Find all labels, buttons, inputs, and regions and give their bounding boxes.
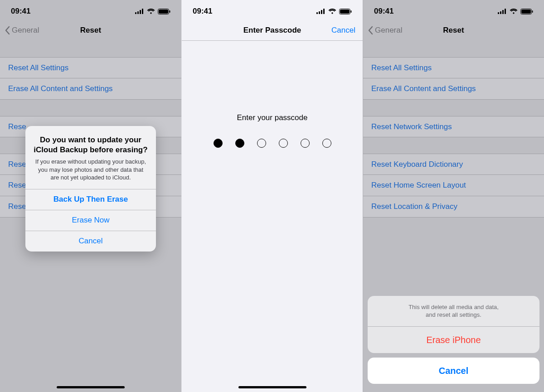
sheet-message: This will delete all media and data,and … (368, 296, 539, 327)
alert-cancel-button[interactable]: Cancel (25, 231, 156, 252)
screen-reset-with-alert: 09:41 General Reset Reset All Settings E… (0, 0, 181, 392)
erase-iphone-button[interactable]: Erase iPhone (368, 327, 539, 353)
screen-reset-with-sheet: 09:41 General Reset Reset All Settings E… (363, 0, 544, 392)
passcode-dots (182, 139, 363, 148)
svg-rect-17 (505, 9, 506, 14)
chevron-left-icon (5, 26, 10, 35)
alert-message: If you erase without updating your backu… (34, 158, 148, 182)
sheet-cancel-button[interactable]: Cancel (368, 358, 539, 384)
svg-rect-7 (316, 12, 318, 14)
cell-label: Rese (8, 202, 26, 211)
nav-bar: General Reset (363, 20, 544, 41)
status-bar: 09:41 (182, 0, 363, 20)
erase-now-button[interactable]: Erase Now (25, 210, 156, 231)
screen-enter-passcode: 09:41 Enter Passcode Cancel Enter your p… (181, 0, 363, 392)
svg-rect-2 (140, 10, 141, 14)
action-sheet: This will delete all media and data,and … (368, 296, 539, 384)
passcode-dot (322, 139, 331, 148)
passcode-dot (214, 139, 223, 148)
passcode-prompt: Enter your passcode (182, 113, 363, 122)
svg-rect-13 (351, 10, 352, 13)
wifi-icon (510, 9, 518, 14)
battery-icon (158, 9, 170, 15)
status-time: 09:41 (374, 7, 393, 16)
passcode-dot (235, 139, 244, 148)
erase-all-content[interactable]: Erase All Content and Settings (0, 78, 181, 100)
wifi-icon (328, 9, 336, 14)
status-icons (316, 9, 352, 15)
cell-label: Rese (8, 181, 26, 190)
cellular-icon (316, 9, 325, 14)
svg-rect-1 (137, 11, 139, 14)
svg-rect-16 (502, 10, 504, 14)
back-button[interactable]: General (5, 26, 39, 35)
status-time: 09:41 (11, 7, 30, 16)
alert-title: Do you want to update your iCloud Backup… (34, 135, 148, 155)
reset-network-settings[interactable]: Reset Network Settings (363, 116, 544, 137)
passcode-dot (279, 139, 288, 148)
svg-rect-10 (323, 9, 325, 14)
cell-label: Reset All Settings (371, 63, 432, 73)
reset-location-privacy[interactable]: Reset Location & Privacy (363, 196, 544, 218)
battery-icon (520, 9, 533, 15)
reset-all-settings[interactable]: Reset All Settings (363, 57, 544, 78)
status-icons (135, 9, 170, 15)
cell-label: Reset All Settings (8, 63, 68, 73)
erase-all-content[interactable]: Erase All Content and Settings (363, 78, 544, 100)
backup-then-erase-button[interactable]: Back Up Then Erase (25, 189, 156, 210)
reset-all-settings[interactable]: Reset All Settings (0, 57, 181, 78)
reset-home-screen-layout[interactable]: Reset Home Screen Layout (363, 175, 544, 196)
passcode-dot (301, 139, 310, 148)
status-time: 09:41 (193, 7, 212, 16)
svg-rect-19 (521, 10, 531, 14)
svg-rect-9 (321, 10, 322, 14)
cell-label: Reset Location & Privacy (371, 202, 457, 211)
home-indicator[interactable] (238, 386, 306, 388)
svg-rect-20 (532, 10, 533, 13)
page-title: Reset (80, 26, 101, 35)
back-label: General (375, 26, 402, 35)
svg-rect-5 (159, 10, 168, 14)
chevron-left-icon (368, 26, 373, 35)
battery-icon (339, 9, 352, 15)
cell-label: Erase All Content and Settings (371, 84, 476, 93)
reset-keyboard-dictionary[interactable]: Reset Keyboard Dictionary (363, 154, 544, 175)
cell-label: Reset Keyboard Dictionary (371, 160, 463, 169)
nav-bar: Enter Passcode Cancel (182, 20, 363, 41)
cellular-icon (135, 9, 144, 14)
cell-label: Rese (8, 122, 26, 131)
svg-rect-6 (170, 10, 170, 13)
home-indicator[interactable] (57, 386, 125, 388)
cell-label: Reset Home Screen Layout (371, 181, 466, 190)
status-icons (498, 9, 533, 15)
cancel-button[interactable]: Cancel (331, 26, 355, 35)
nav-bar: General Reset (0, 20, 181, 41)
page-title: Enter Passcode (243, 26, 301, 35)
back-button[interactable]: General (368, 26, 402, 35)
passcode-dot (257, 139, 266, 148)
page-title: Reset (443, 26, 464, 35)
svg-rect-15 (500, 11, 501, 14)
cell-label: Erase All Content and Settings (8, 84, 113, 93)
backup-alert: Do you want to update your iCloud Backup… (25, 126, 156, 252)
status-bar: 09:41 (0, 0, 181, 20)
cellular-icon (498, 9, 507, 14)
svg-rect-8 (319, 11, 320, 14)
svg-rect-0 (135, 12, 136, 14)
svg-rect-12 (340, 10, 350, 14)
cell-label: Reset Network Settings (371, 122, 452, 131)
wifi-icon (147, 9, 155, 14)
cell-label: Rese (8, 160, 26, 169)
status-bar: 09:41 (363, 0, 544, 20)
svg-rect-14 (498, 12, 499, 14)
svg-rect-3 (142, 9, 143, 14)
back-label: General (12, 26, 39, 35)
